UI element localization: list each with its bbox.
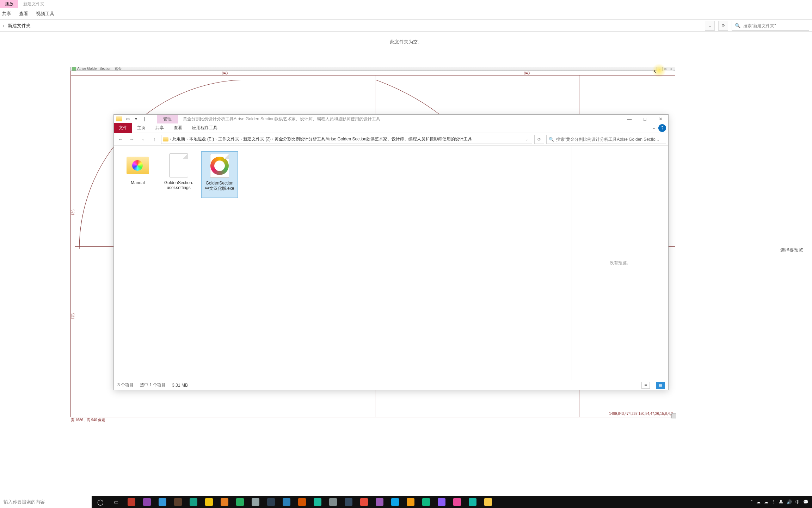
taskbar-app-15[interactable]: [326, 496, 340, 508]
chevron-right-icon[interactable]: ›: [272, 137, 273, 141]
taskbar-app-1[interactable]: ▭: [109, 496, 123, 508]
taskbar-app-25[interactable]: [481, 496, 496, 508]
inner-minimize-button[interactable]: —: [622, 115, 637, 123]
taskbar-app-2[interactable]: [124, 496, 139, 508]
view-icons-button[interactable]: ▦: [656, 382, 665, 389]
qat-dropdown-icon[interactable]: ▾: [132, 115, 140, 122]
preview-pane: 没有预览。: [572, 146, 668, 380]
inner-close-button[interactable]: ✕: [653, 115, 668, 123]
chevron-right-icon[interactable]: ›: [186, 137, 187, 141]
taskbar-app-17[interactable]: [357, 496, 371, 508]
tab-play[interactable]: 播放: [0, 0, 18, 8]
taskbar-app-9[interactable]: [233, 496, 247, 508]
taskbar-app-4[interactable]: [155, 496, 170, 508]
inner-search-box[interactable]: 🔍: [546, 135, 666, 144]
taskbar-app-19[interactable]: [388, 496, 402, 508]
taskbar-search[interactable]: 输入你要搜索的内容: [0, 496, 92, 508]
taskbar-app-5[interactable]: [171, 496, 185, 508]
gs-opt-button[interactable]: ▭: [662, 67, 668, 71]
address-dropdown-icon[interactable]: ⌄: [523, 137, 530, 141]
crumb-pc[interactable]: 此电脑: [172, 136, 185, 142]
view-details-button[interactable]: ≣: [641, 382, 650, 389]
nav-history-dropdown[interactable]: ⌄: [139, 135, 148, 144]
tray-usb-icon[interactable]: ⇪: [772, 500, 775, 504]
inner-titlebar[interactable]: ▭ ▾ | 管理 黄金分割比例设计分析工具Atrise Golden Secti…: [114, 115, 668, 123]
file-item-manual[interactable]: Manual: [119, 151, 156, 198]
taskbar-app-3[interactable]: [140, 496, 154, 508]
tray-chevron-up-icon[interactable]: ˄: [751, 500, 753, 504]
chevron-right-icon[interactable]: ›: [170, 137, 171, 141]
tray-ime[interactable]: 中: [795, 499, 800, 505]
refresh-button[interactable]: ⟳: [718, 21, 728, 31]
file-item-settings[interactable]: GoldenSection. user.settings: [160, 151, 197, 198]
gs-minimize-button[interactable]: –: [657, 67, 662, 71]
empty-folder-message: 此文件夹为空。: [0, 39, 812, 45]
outer-search-box[interactable]: 🔍: [732, 21, 809, 31]
inner-search-input[interactable]: [556, 137, 664, 142]
system-tray[interactable]: ˄ ☁ ☁ ⇪ 🖧 🔊 中 💬: [747, 499, 812, 505]
resize-handle[interactable]: [671, 413, 676, 418]
taskbar-app-21[interactable]: [419, 496, 433, 508]
taskbar-app-23[interactable]: [450, 496, 465, 508]
ribbon-tab-share[interactable]: 共享: [150, 123, 169, 133]
taskbar-app-icon: [314, 498, 321, 506]
exe-icon: [207, 153, 232, 179]
inner-maximize-button[interactable]: □: [637, 115, 653, 123]
crumb-leaf[interactable]: 黄金分割比例设计分析工具Atrise Golden Section款供艺术家、设…: [275, 136, 472, 142]
taskbar-app-6[interactable]: [186, 496, 201, 508]
taskbar-app-10[interactable]: [248, 496, 263, 508]
taskbar-app-20[interactable]: [403, 496, 418, 508]
subtab-video-tools[interactable]: 视频工具: [36, 11, 54, 17]
inner-body: Manual GoldenSection. user.settings Gold…: [114, 146, 668, 380]
ribbon-tab-home[interactable]: 主页: [132, 123, 150, 133]
ribbon-tab-file[interactable]: 文件: [114, 123, 132, 133]
ribbon-tab-view[interactable]: 查看: [169, 123, 187, 133]
taskbar-app-0[interactable]: ◯: [93, 496, 108, 508]
subtab-share[interactable]: 共享: [2, 11, 11, 17]
taskbar-app-22[interactable]: [434, 496, 449, 508]
gs-maximize-button[interactable]: □: [668, 67, 673, 71]
breadcrumb-chevron-icon[interactable]: ›: [3, 23, 4, 28]
taskbar-app-12[interactable]: [279, 496, 294, 508]
tray-onedrive-icon[interactable]: ☁: [756, 500, 761, 504]
crumb-newfolder[interactable]: 新建文件夹 (2): [243, 136, 271, 142]
address-dropdown[interactable]: ⌄: [705, 21, 715, 31]
address-box[interactable]: › 此电脑 › 本地磁盘 (E:) › 工作文件夹 › 新建文件夹 (2) › …: [161, 135, 532, 144]
tray-cloud-icon[interactable]: ☁: [764, 500, 768, 504]
qat-folder-icon[interactable]: [115, 115, 123, 122]
taskbar-app-11[interactable]: [264, 496, 278, 508]
contextual-tab-manage[interactable]: 管理: [157, 115, 178, 123]
tab-newfolder[interactable]: 新建文件夹: [18, 0, 49, 8]
taskbar-app-13[interactable]: [295, 496, 309, 508]
ribbon-collapse-icon[interactable]: ⌄: [650, 126, 658, 130]
outer-search-input[interactable]: [743, 23, 806, 28]
taskbar-app-8[interactable]: [217, 496, 232, 508]
taskbar-app-16[interactable]: [341, 496, 356, 508]
crumb-work[interactable]: 工作文件夹: [218, 136, 239, 142]
inner-explorer-window[interactable]: ▭ ▾ | 管理 黄金分割比例设计分析工具Atrise Golden Secti…: [113, 114, 669, 390]
breadcrumb-current[interactable]: 新建文件夹: [8, 23, 31, 29]
taskbar-app-14[interactable]: [310, 496, 325, 508]
tray-notifications-icon[interactable]: 💬: [803, 500, 808, 504]
chevron-right-icon[interactable]: ›: [215, 137, 216, 141]
help-icon[interactable]: ?: [658, 124, 666, 132]
tray-network-icon[interactable]: 🖧: [779, 500, 783, 504]
chevron-right-icon[interactable]: ›: [241, 137, 242, 141]
taskbar-app-18[interactable]: [372, 496, 387, 508]
golden-section-titlebar[interactable]: Atrise Golden Section - 嘉金 – ▭ □ ↖: [70, 67, 675, 71]
subtab-view[interactable]: 查看: [19, 11, 28, 17]
nav-back-button[interactable]: ←: [116, 135, 125, 144]
inner-refresh-button[interactable]: ⟳: [534, 135, 544, 144]
nav-forward-button[interactable]: →: [127, 135, 136, 144]
taskbar[interactable]: 输入你要搜索的内容 ◯▭ ˄ ☁ ☁ ⇪ 🖧 🔊 中 💬: [0, 496, 812, 508]
taskbar-app-7[interactable]: [202, 496, 216, 508]
taskbar-app-24[interactable]: [465, 496, 480, 508]
file-list[interactable]: Manual GoldenSection. user.settings Gold…: [114, 146, 572, 380]
tray-volume-icon[interactable]: 🔊: [787, 500, 792, 504]
nav-up-button[interactable]: ↑: [150, 135, 159, 144]
ribbon-tab-apptools[interactable]: 应用程序工具: [187, 123, 222, 133]
qat-properties-icon[interactable]: ▭: [124, 115, 131, 122]
file-item-exe[interactable]: GoldenSection 中文汉化版.exe: [201, 151, 238, 198]
crumb-drive[interactable]: 本地磁盘 (E:): [189, 136, 214, 142]
folder-icon: [125, 153, 150, 178]
